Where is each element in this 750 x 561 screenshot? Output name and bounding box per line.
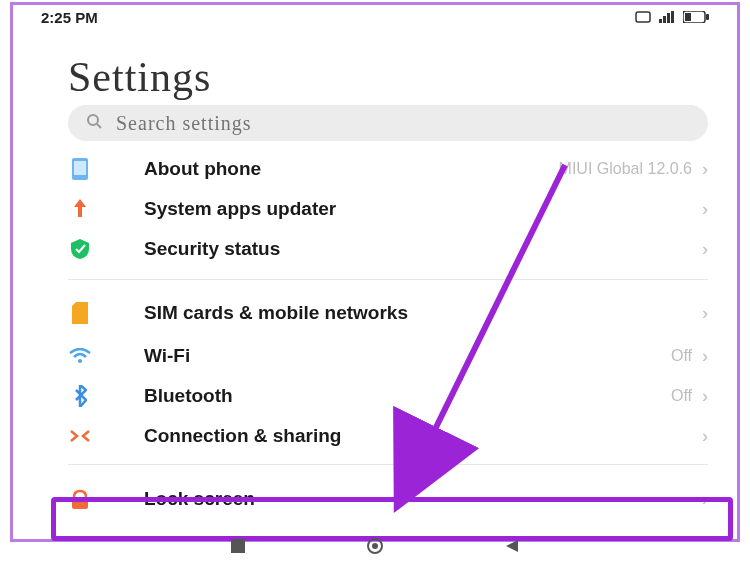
row-connection-sharing[interactable]: Connection & sharing › [68,416,708,456]
row-about-phone[interactable]: About phone MIUI Global 12.0.6 › [68,149,708,189]
search-icon [86,113,102,133]
shield-icon [68,239,92,259]
row-label: About phone [144,159,559,179]
chevron-right-icon: › [702,199,708,220]
sim-icon [68,302,92,324]
svg-rect-7 [685,13,691,21]
row-label: Connection & sharing [144,426,702,446]
row-value: Off [671,387,692,405]
svg-rect-13 [72,497,88,509]
nav-recent-icon[interactable] [230,538,246,558]
settings-list: About phone MIUI Global 12.0.6 › System … [68,149,708,519]
row-label: SIM cards & mobile networks [144,303,702,323]
chevron-right-icon: › [702,346,708,367]
row-lock-screen[interactable]: Lock screen › [68,479,708,519]
svg-point-17 [372,543,378,549]
updater-icon [68,199,92,219]
page-title: Settings [68,53,211,101]
connection-icon [68,427,92,445]
signal-icon [659,9,675,26]
row-label: Security status [144,239,702,259]
svg-point-12 [78,359,82,363]
row-label: Bluetooth [144,386,671,406]
search-input[interactable] [116,112,690,135]
row-wifi[interactable]: Wi-Fi Off › [68,336,708,376]
row-value: MIUI Global 12.0.6 [559,160,692,178]
screenshot-frame: 2:25 PM Settings About phone MIUI Global… [10,2,740,542]
svg-rect-4 [671,11,674,23]
chevron-right-icon: › [702,489,708,510]
chevron-right-icon: › [702,386,708,407]
svg-rect-11 [74,161,86,175]
chevron-right-icon: › [702,239,708,260]
divider [68,464,708,465]
row-label: Wi-Fi [144,346,671,366]
chevron-right-icon: › [702,303,708,324]
svg-rect-0 [636,12,650,22]
svg-rect-2 [663,16,666,23]
android-nav-bar [0,535,750,561]
svg-point-8 [88,115,98,125]
row-value: Off [671,347,692,365]
nav-home-icon[interactable] [366,537,384,559]
svg-line-9 [97,124,101,128]
svg-rect-6 [706,14,709,20]
row-label: System apps updater [144,199,702,219]
divider [68,279,708,280]
row-sim-networks[interactable]: SIM cards & mobile networks › [68,290,708,336]
alarm-icon [635,9,651,26]
status-time: 2:25 PM [41,9,98,26]
lock-icon [68,489,92,509]
row-label: Lock screen [144,489,702,509]
nav-back-icon[interactable] [504,538,520,558]
svg-rect-1 [659,19,662,23]
chevron-right-icon: › [702,159,708,180]
row-system-apps-updater[interactable]: System apps updater › [68,189,708,229]
svg-rect-15 [231,539,245,553]
row-security-status[interactable]: Security status › [68,229,708,269]
svg-rect-3 [667,13,670,23]
search-bar[interactable] [68,105,708,141]
chevron-right-icon: › [702,426,708,447]
phone-icon [68,158,92,180]
status-icons [635,9,709,26]
wifi-icon [68,348,92,364]
battery-icon [683,9,709,26]
row-bluetooth[interactable]: Bluetooth Off › [68,376,708,416]
status-bar: 2:25 PM [13,5,737,29]
bluetooth-icon [68,385,92,407]
